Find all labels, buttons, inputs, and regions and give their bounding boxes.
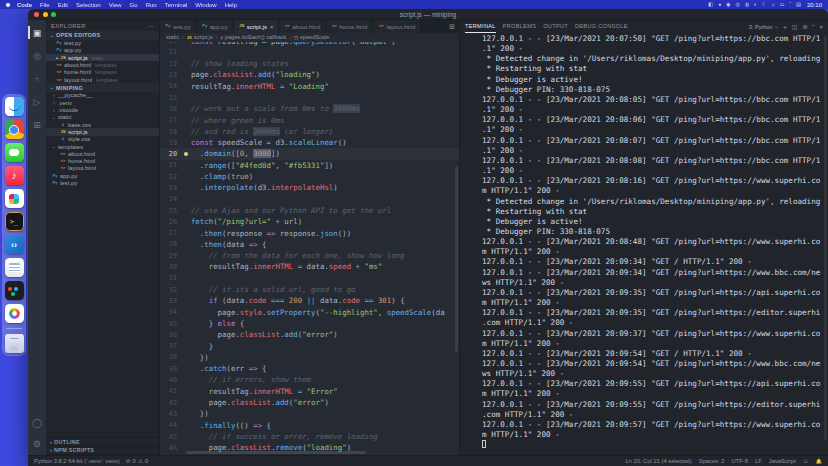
menubar-status-icon[interactable]: ◎: [736, 2, 740, 7]
tab-home-html[interactable]: <>home.html: [326, 20, 373, 33]
split-terminal-icon[interactable]: ◫: [792, 24, 798, 30]
file-tree-item[interactable]: <>home.html: [46, 157, 159, 164]
tab-test-py[interactable]: Pytest.py: [160, 20, 197, 33]
menu-item-help[interactable]: Help: [225, 2, 237, 8]
terminal-shell-select[interactable]: 3: Python ⌄: [749, 24, 778, 30]
terminal-dock-icon[interactable]: >_: [5, 212, 24, 231]
music-dock-icon[interactable]: ♪: [5, 166, 24, 185]
open-editor-item[interactable]: <>about.htmltemplates: [46, 61, 159, 68]
feedback-icon[interactable]: ☺: [803, 458, 809, 464]
menubar-status-icon[interactable]: ◧: [708, 2, 713, 7]
tab-app-py[interactable]: Pyapp.py: [197, 20, 234, 33]
open-editors-header[interactable]: ⌄ OPEN EDITORS: [46, 31, 159, 40]
explorer-icon[interactable]: ▣: [30, 26, 44, 39]
settings-icon[interactable]: ⚙: [30, 437, 44, 450]
folder-tree-item[interactable]: ⌄templates: [46, 143, 159, 150]
menu-item-code[interactable]: Code: [17, 2, 32, 8]
split-editor-icon[interactable]: ⊞: [445, 20, 459, 33]
minimize-window-button[interactable]: [43, 12, 48, 17]
menubar-status-icon[interactable]: ▤: [796, 2, 801, 7]
file-tree-item[interactable]: JSscript.js: [46, 128, 159, 135]
editor-vertical-scrollbar[interactable]: [455, 166, 458, 352]
menu-item-window[interactable]: Window: [195, 2, 216, 8]
file-tree-item[interactable]: #base.css: [46, 121, 159, 128]
sidebar-more-actions-icon[interactable]: ⋯: [148, 22, 154, 29]
encoding-status[interactable]: UTF-8: [732, 458, 748, 464]
kill-terminal-icon[interactable]: ⊘: [802, 24, 807, 30]
menu-item-terminal[interactable]: Terminal: [165, 2, 188, 8]
zoom-window-button[interactable]: [51, 12, 56, 17]
breadcrumb-item[interactable]: ƒpages.forEach() callback: [221, 34, 287, 40]
close-panel-icon[interactable]: ×: [819, 24, 823, 30]
file-tree-item[interactable]: <>layout.html: [46, 165, 159, 172]
open-editor-item[interactable]: Pyapp.py: [46, 47, 159, 54]
terminal-viewport[interactable]: 127.0.0.1 - - [23/Mar/2021 20:07:50] "GE…: [460, 33, 828, 455]
open-editor-item[interactable]: Pytest.py: [46, 40, 159, 47]
menubar-status-icon[interactable]: ˆ: [790, 2, 792, 7]
menu-item-run[interactable]: Run: [146, 2, 157, 8]
messages-dock-icon[interactable]: [5, 143, 24, 162]
npm-scripts-section-header[interactable]: ›NPM SCRIPTS: [46, 447, 159, 456]
outline-section-header[interactable]: ›OUTLINE: [46, 438, 159, 447]
search-icon[interactable]: ◎: [30, 49, 44, 62]
tab-about-html[interactable]: <>about.html: [279, 20, 326, 33]
menu-item-view[interactable]: View: [109, 2, 122, 8]
menubar-status-icon[interactable]: ●: [718, 2, 721, 7]
cursor-position-status[interactable]: Ln 20, Col 21 (4 selected): [625, 458, 691, 464]
open-editor-item[interactable]: •JSscript.jsstatic: [46, 54, 159, 61]
menubar-status-icon[interactable]: ◍: [745, 2, 749, 7]
breadcrumb[interactable]: static›JSscript.js›ƒpages.forEach() call…: [160, 33, 459, 42]
trash-dock-icon[interactable]: [5, 334, 24, 353]
file-tree-item[interactable]: Pytest.py: [46, 179, 159, 186]
maximize-panel-icon[interactable]: ˆ: [812, 24, 814, 30]
file-tree-item[interactable]: <>about.html: [46, 150, 159, 157]
chrome-dock-icon[interactable]: [5, 120, 24, 139]
finder-dock-icon[interactable]: [5, 97, 24, 116]
panel-tab-terminal[interactable]: TERMINAL: [465, 20, 496, 33]
terminal-scrollbar[interactable]: [824, 35, 827, 441]
panel-tab-debug-console[interactable]: DEBUG CONSOLE: [575, 20, 628, 33]
code-editor[interactable]: 10 const resultTag = page.querySelector(…: [160, 42, 459, 456]
panel-tab-output[interactable]: OUTPUT: [543, 20, 568, 33]
tab-layout-html[interactable]: <>layout.html: [373, 20, 421, 33]
breadcrumb-item[interactable]: ▢speedScale: [294, 34, 329, 40]
editor-horizontal-scrollbar[interactable]: [186, 451, 366, 454]
menubar-status-icon[interactable]: ◉: [726, 2, 730, 7]
breadcrumb-item[interactable]: JSscript.js: [187, 34, 213, 40]
menubar-status-icon[interactable]: ◐: [754, 2, 757, 7]
menu-item-selection[interactable]: Selection: [76, 2, 101, 8]
figma-dock-icon[interactable]: [5, 281, 24, 300]
menu-item-edit[interactable]: Edit: [58, 2, 68, 8]
indentation-status[interactable]: Spaces: 2: [699, 458, 725, 464]
file-tree-item[interactable]: Pyapp.py: [46, 172, 159, 179]
panel-tab-problems[interactable]: PROBLEMS: [503, 20, 537, 33]
eol-status[interactable]: LF: [755, 458, 762, 464]
photos-dock-icon[interactable]: [5, 304, 24, 323]
close-window-button[interactable]: [34, 12, 39, 17]
folder-tree-item[interactable]: ⌄static: [46, 114, 159, 121]
menu-item-file[interactable]: File: [40, 2, 50, 8]
open-editor-item[interactable]: <>home.htmltemplates: [46, 69, 159, 76]
folder-tree-item[interactable]: ›.vscode: [46, 106, 159, 113]
vscode-dock-icon[interactable]: ‹›: [5, 235, 24, 254]
close-tab-icon[interactable]: ×: [270, 24, 273, 30]
tab-script-js[interactable]: JSscript.js×: [234, 20, 280, 33]
open-editor-item[interactable]: <>layout.htmltemplates: [46, 76, 159, 83]
source-control-icon[interactable]: ⑃: [30, 72, 44, 85]
menu-item-go[interactable]: Go: [130, 2, 138, 8]
file-tree-item[interactable]: #style.css: [46, 136, 159, 143]
python-interpreter-status[interactable]: Python 3.8.2 64-bit ('.venv': venv): [34, 458, 120, 464]
slack-dock-icon[interactable]: [5, 189, 24, 208]
window-titlebar[interactable]: script.js — miniping: [28, 9, 828, 20]
account-icon[interactable]: ◯: [30, 416, 44, 429]
language-mode-status[interactable]: JavaScript: [769, 458, 796, 464]
problems-status[interactable]: ⊘ 0 ⚠ 0: [126, 458, 149, 464]
folder-tree-item[interactable]: ›.venv: [46, 99, 159, 106]
notifications-bell-icon[interactable]: 🔔: [816, 458, 822, 464]
notes-dock-icon[interactable]: [5, 258, 24, 277]
menubar-status-icon[interactable]: ⌂: [772, 2, 775, 7]
new-terminal-icon[interactable]: +: [783, 24, 787, 30]
menubar-status-icon[interactable]: ▭: [780, 2, 785, 7]
extensions-icon[interactable]: ⊞: [30, 118, 44, 131]
menubar-status-icon[interactable]: ☾: [762, 2, 766, 7]
